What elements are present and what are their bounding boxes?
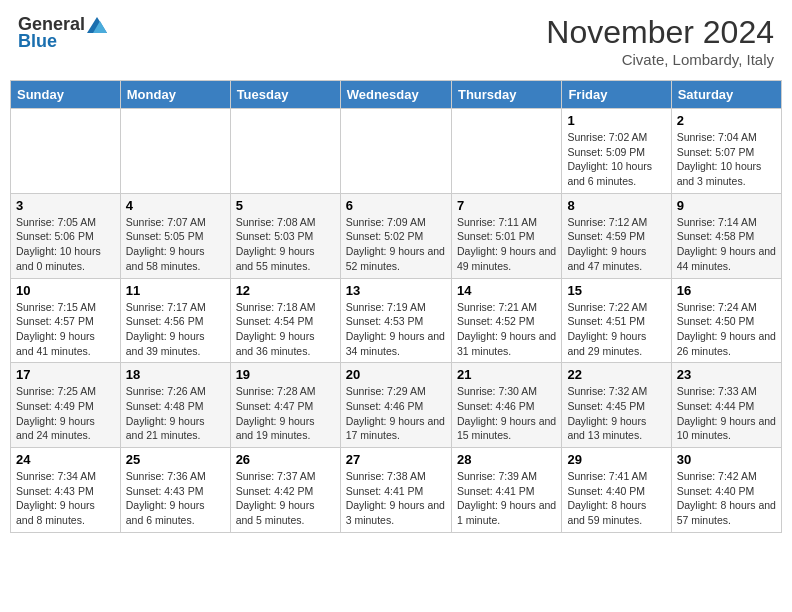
day-number: 12	[236, 283, 335, 298]
day-number: 5	[236, 198, 335, 213]
calendar-cell: 17Sunrise: 7:25 AM Sunset: 4:49 PM Dayli…	[11, 363, 121, 448]
title-block: November 2024 Civate, Lombardy, Italy	[546, 14, 774, 68]
calendar-header-monday: Monday	[120, 81, 230, 109]
day-info: Sunrise: 7:21 AM Sunset: 4:52 PM Dayligh…	[457, 300, 556, 359]
calendar-cell: 25Sunrise: 7:36 AM Sunset: 4:43 PM Dayli…	[120, 448, 230, 533]
calendar-cell: 27Sunrise: 7:38 AM Sunset: 4:41 PM Dayli…	[340, 448, 451, 533]
calendar-cell: 23Sunrise: 7:33 AM Sunset: 4:44 PM Dayli…	[671, 363, 781, 448]
calendar-cell: 1Sunrise: 7:02 AM Sunset: 5:09 PM Daylig…	[562, 109, 671, 194]
calendar-cell: 8Sunrise: 7:12 AM Sunset: 4:59 PM Daylig…	[562, 193, 671, 278]
day-number: 24	[16, 452, 115, 467]
day-info: Sunrise: 7:29 AM Sunset: 4:46 PM Dayligh…	[346, 384, 446, 443]
day-info: Sunrise: 7:11 AM Sunset: 5:01 PM Dayligh…	[457, 215, 556, 274]
day-number: 23	[677, 367, 776, 382]
calendar-cell: 14Sunrise: 7:21 AM Sunset: 4:52 PM Dayli…	[451, 278, 561, 363]
day-number: 28	[457, 452, 556, 467]
calendar-cell: 21Sunrise: 7:30 AM Sunset: 4:46 PM Dayli…	[451, 363, 561, 448]
calendar-cell: 4Sunrise: 7:07 AM Sunset: 5:05 PM Daylig…	[120, 193, 230, 278]
header: General Blue November 2024 Civate, Lomba…	[10, 10, 782, 72]
calendar-cell: 29Sunrise: 7:41 AM Sunset: 4:40 PM Dayli…	[562, 448, 671, 533]
day-number: 9	[677, 198, 776, 213]
day-number: 25	[126, 452, 225, 467]
calendar-cell: 15Sunrise: 7:22 AM Sunset: 4:51 PM Dayli…	[562, 278, 671, 363]
day-info: Sunrise: 7:22 AM Sunset: 4:51 PM Dayligh…	[567, 300, 665, 359]
day-number: 11	[126, 283, 225, 298]
day-number: 3	[16, 198, 115, 213]
logo-icon	[87, 17, 107, 33]
day-number: 15	[567, 283, 665, 298]
calendar-header-friday: Friday	[562, 81, 671, 109]
day-number: 26	[236, 452, 335, 467]
day-info: Sunrise: 7:39 AM Sunset: 4:41 PM Dayligh…	[457, 469, 556, 528]
day-info: Sunrise: 7:41 AM Sunset: 4:40 PM Dayligh…	[567, 469, 665, 528]
calendar-cell: 30Sunrise: 7:42 AM Sunset: 4:40 PM Dayli…	[671, 448, 781, 533]
calendar-cell: 11Sunrise: 7:17 AM Sunset: 4:56 PM Dayli…	[120, 278, 230, 363]
logo: General Blue	[18, 14, 107, 52]
day-number: 1	[567, 113, 665, 128]
day-number: 22	[567, 367, 665, 382]
calendar-header-tuesday: Tuesday	[230, 81, 340, 109]
calendar-header-saturday: Saturday	[671, 81, 781, 109]
day-number: 6	[346, 198, 446, 213]
calendar-cell	[230, 109, 340, 194]
calendar-cell: 18Sunrise: 7:26 AM Sunset: 4:48 PM Dayli…	[120, 363, 230, 448]
day-info: Sunrise: 7:02 AM Sunset: 5:09 PM Dayligh…	[567, 130, 665, 189]
calendar-cell	[11, 109, 121, 194]
day-info: Sunrise: 7:33 AM Sunset: 4:44 PM Dayligh…	[677, 384, 776, 443]
calendar-cell	[120, 109, 230, 194]
calendar-cell: 6Sunrise: 7:09 AM Sunset: 5:02 PM Daylig…	[340, 193, 451, 278]
day-number: 14	[457, 283, 556, 298]
day-info: Sunrise: 7:18 AM Sunset: 4:54 PM Dayligh…	[236, 300, 335, 359]
calendar-week-row: 3Sunrise: 7:05 AM Sunset: 5:06 PM Daylig…	[11, 193, 782, 278]
day-number: 18	[126, 367, 225, 382]
calendar-header-wednesday: Wednesday	[340, 81, 451, 109]
calendar-cell: 12Sunrise: 7:18 AM Sunset: 4:54 PM Dayli…	[230, 278, 340, 363]
calendar-cell: 2Sunrise: 7:04 AM Sunset: 5:07 PM Daylig…	[671, 109, 781, 194]
calendar-week-row: 17Sunrise: 7:25 AM Sunset: 4:49 PM Dayli…	[11, 363, 782, 448]
logo-blue-text: Blue	[18, 31, 57, 52]
calendar-cell: 9Sunrise: 7:14 AM Sunset: 4:58 PM Daylig…	[671, 193, 781, 278]
day-info: Sunrise: 7:14 AM Sunset: 4:58 PM Dayligh…	[677, 215, 776, 274]
calendar-cell: 19Sunrise: 7:28 AM Sunset: 4:47 PM Dayli…	[230, 363, 340, 448]
calendar-cell	[340, 109, 451, 194]
day-number: 8	[567, 198, 665, 213]
calendar-week-row: 24Sunrise: 7:34 AM Sunset: 4:43 PM Dayli…	[11, 448, 782, 533]
day-number: 16	[677, 283, 776, 298]
day-number: 17	[16, 367, 115, 382]
calendar-cell	[451, 109, 561, 194]
calendar-cell: 24Sunrise: 7:34 AM Sunset: 4:43 PM Dayli…	[11, 448, 121, 533]
day-number: 19	[236, 367, 335, 382]
month-title: November 2024	[546, 14, 774, 51]
day-number: 20	[346, 367, 446, 382]
day-number: 13	[346, 283, 446, 298]
day-info: Sunrise: 7:12 AM Sunset: 4:59 PM Dayligh…	[567, 215, 665, 274]
calendar-cell: 10Sunrise: 7:15 AM Sunset: 4:57 PM Dayli…	[11, 278, 121, 363]
day-info: Sunrise: 7:24 AM Sunset: 4:50 PM Dayligh…	[677, 300, 776, 359]
day-info: Sunrise: 7:05 AM Sunset: 5:06 PM Dayligh…	[16, 215, 115, 274]
day-info: Sunrise: 7:15 AM Sunset: 4:57 PM Dayligh…	[16, 300, 115, 359]
day-number: 27	[346, 452, 446, 467]
calendar-header-sunday: Sunday	[11, 81, 121, 109]
calendar-cell: 22Sunrise: 7:32 AM Sunset: 4:45 PM Dayli…	[562, 363, 671, 448]
calendar-cell: 5Sunrise: 7:08 AM Sunset: 5:03 PM Daylig…	[230, 193, 340, 278]
day-info: Sunrise: 7:08 AM Sunset: 5:03 PM Dayligh…	[236, 215, 335, 274]
day-number: 29	[567, 452, 665, 467]
day-info: Sunrise: 7:07 AM Sunset: 5:05 PM Dayligh…	[126, 215, 225, 274]
calendar-cell: 28Sunrise: 7:39 AM Sunset: 4:41 PM Dayli…	[451, 448, 561, 533]
day-number: 4	[126, 198, 225, 213]
day-number: 21	[457, 367, 556, 382]
day-number: 2	[677, 113, 776, 128]
calendar-cell: 7Sunrise: 7:11 AM Sunset: 5:01 PM Daylig…	[451, 193, 561, 278]
day-info: Sunrise: 7:36 AM Sunset: 4:43 PM Dayligh…	[126, 469, 225, 528]
day-info: Sunrise: 7:09 AM Sunset: 5:02 PM Dayligh…	[346, 215, 446, 274]
day-info: Sunrise: 7:38 AM Sunset: 4:41 PM Dayligh…	[346, 469, 446, 528]
day-number: 7	[457, 198, 556, 213]
calendar-cell: 3Sunrise: 7:05 AM Sunset: 5:06 PM Daylig…	[11, 193, 121, 278]
calendar-cell: 13Sunrise: 7:19 AM Sunset: 4:53 PM Dayli…	[340, 278, 451, 363]
location-subtitle: Civate, Lombardy, Italy	[546, 51, 774, 68]
day-info: Sunrise: 7:32 AM Sunset: 4:45 PM Dayligh…	[567, 384, 665, 443]
day-info: Sunrise: 7:34 AM Sunset: 4:43 PM Dayligh…	[16, 469, 115, 528]
day-info: Sunrise: 7:25 AM Sunset: 4:49 PM Dayligh…	[16, 384, 115, 443]
day-number: 10	[16, 283, 115, 298]
day-number: 30	[677, 452, 776, 467]
